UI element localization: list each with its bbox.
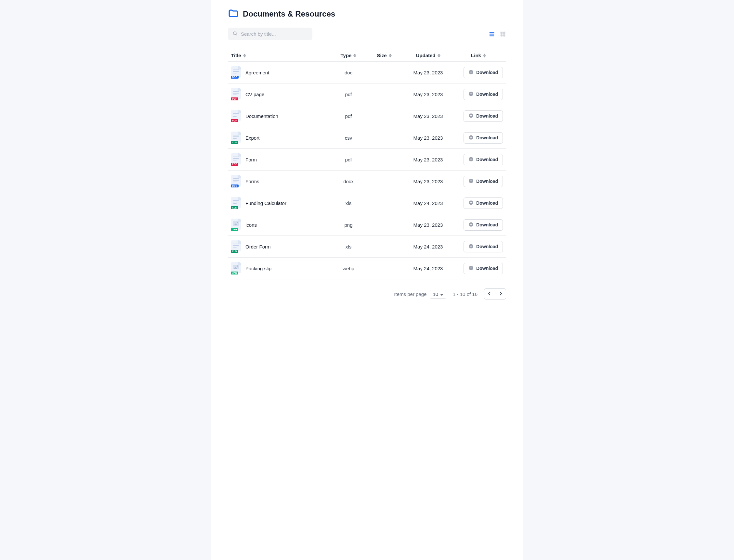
download-label: Download: [476, 92, 498, 97]
download-button[interactable]: Download: [464, 219, 503, 231]
download-button[interactable]: Download: [464, 154, 503, 165]
svg-rect-4: [501, 32, 503, 34]
sort-icon: [483, 54, 486, 57]
download-button[interactable]: Download: [464, 67, 503, 78]
file-title: icons: [245, 222, 257, 228]
grid-view-button[interactable]: [500, 31, 506, 37]
download-label: Download: [476, 266, 498, 271]
file-type-icon: XLS: [231, 197, 241, 209]
file-type-icon: PDF: [231, 110, 241, 122]
file-title: Agreement: [245, 70, 269, 75]
chevron-right-icon: [499, 292, 502, 297]
cell-link: Download: [454, 154, 503, 165]
file-title: Form: [245, 157, 257, 162]
view-toggle: [489, 31, 506, 37]
cell-title: PDF Documentation: [231, 110, 330, 122]
search-container: [228, 28, 312, 40]
download-icon: [469, 113, 474, 119]
cell-link: Download: [454, 219, 503, 231]
download-label: Download: [476, 244, 498, 249]
download-button[interactable]: Download: [464, 263, 503, 274]
cell-type: csv: [330, 135, 366, 141]
file-title: Forms: [245, 179, 259, 184]
items-per-page-select[interactable]: 10: [430, 290, 446, 299]
download-button[interactable]: Download: [464, 89, 503, 100]
column-size[interactable]: Size: [366, 53, 402, 58]
download-icon: [469, 222, 474, 228]
list-view-button[interactable]: [489, 31, 495, 37]
cell-title: DOC Agreement: [231, 66, 330, 79]
cell-link: Download: [454, 197, 503, 209]
pager: [484, 288, 506, 299]
download-icon: [469, 244, 474, 250]
file-title: Order Form: [245, 244, 271, 249]
file-type-icon: XLS: [231, 132, 241, 144]
prev-page-button[interactable]: [484, 288, 495, 299]
table-row: PDF Documentation pdf May 23, 2023 Downl…: [228, 105, 506, 127]
download-label: Download: [476, 157, 498, 162]
download-icon: [469, 157, 474, 163]
file-type-icon: JPG: [231, 219, 241, 231]
sort-icon: [438, 54, 441, 57]
file-type-icon: PDF: [231, 153, 241, 166]
cell-title: XLS Order Form: [231, 240, 330, 253]
toolbar: [228, 28, 506, 40]
download-label: Download: [476, 135, 498, 140]
download-label: Download: [476, 113, 498, 119]
cell-updated: May 23, 2023: [402, 179, 454, 184]
cell-type: pdf: [330, 92, 366, 97]
cell-type: docx: [330, 179, 366, 184]
table-row: PDF CV page pdf May 23, 2023 Download: [228, 83, 506, 105]
file-title: Packing slip: [245, 266, 271, 271]
table-row: XLS Export csv May 23, 2023 Download: [228, 127, 506, 149]
cell-title: PDF CV page: [231, 88, 330, 100]
table-row: JPG icons png May 23, 2023 Download: [228, 214, 506, 236]
download-button[interactable]: Download: [464, 241, 503, 252]
download-icon: [469, 135, 474, 141]
cell-type: pdf: [330, 113, 366, 119]
page-title: Documents & Resources: [243, 9, 335, 19]
cell-title: DOC Forms: [231, 175, 330, 187]
cell-updated: May 23, 2023: [402, 92, 454, 97]
cell-link: Download: [454, 176, 503, 187]
table-row: XLS Funding Calculator xls May 24, 2023 …: [228, 192, 506, 214]
cell-title: JPG Packing slip: [231, 262, 330, 274]
column-type[interactable]: Type: [330, 53, 366, 58]
column-link[interactable]: Link: [454, 53, 503, 58]
cell-updated: May 24, 2023: [402, 200, 454, 206]
svg-rect-7: [503, 34, 506, 36]
cell-title: XLS Funding Calculator: [231, 197, 330, 209]
items-per-page-value: 10: [433, 291, 438, 297]
download-button[interactable]: Download: [464, 132, 503, 144]
file-type-icon: XLS: [231, 240, 241, 253]
column-title[interactable]: Title: [231, 53, 330, 58]
download-icon: [469, 265, 474, 272]
cell-updated: May 23, 2023: [402, 157, 454, 162]
download-icon: [469, 200, 474, 206]
cell-type: webp: [330, 266, 366, 271]
download-button[interactable]: Download: [464, 176, 503, 187]
column-updated[interactable]: Updated: [402, 53, 454, 58]
download-label: Download: [476, 70, 498, 75]
cell-type: doc: [330, 70, 366, 75]
file-type-icon: JPG: [231, 262, 241, 274]
download-icon: [469, 91, 474, 97]
sort-icon: [243, 54, 246, 57]
download-icon: [469, 70, 474, 76]
table-header: Title Type Size: [228, 49, 506, 62]
column-type-label: Type: [341, 53, 352, 58]
svg-point-0: [233, 32, 236, 35]
download-button[interactable]: Download: [464, 110, 503, 122]
sort-icon: [353, 54, 356, 57]
search-input[interactable]: [241, 31, 308, 37]
svg-rect-5: [503, 32, 506, 34]
documents-table: Title Type Size: [228, 49, 506, 279]
download-label: Download: [476, 222, 498, 227]
svg-rect-2: [490, 33, 495, 34]
download-button[interactable]: Download: [464, 197, 503, 209]
search-icon: [232, 31, 238, 37]
file-type-icon: DOC: [231, 66, 241, 79]
next-page-button[interactable]: [495, 288, 506, 299]
svg-rect-1: [490, 32, 495, 33]
file-title: Export: [245, 135, 259, 141]
